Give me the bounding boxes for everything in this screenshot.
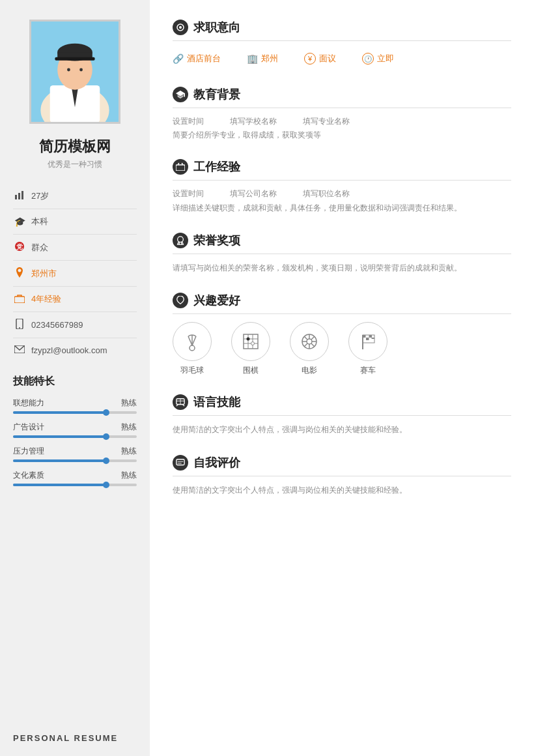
- svg-rect-16: [14, 297, 25, 303]
- svg-point-38: [307, 339, 312, 344]
- svg-line-46: [305, 343, 308, 347]
- honor-divider: [173, 254, 511, 254]
- intent-position: 🔗 酒店前台: [173, 53, 221, 65]
- hobby-racing: 赛车: [348, 322, 387, 376]
- sidebar-name: 简历模板网: [39, 137, 111, 156]
- info-party: 党 群众: [13, 235, 137, 261]
- section-hobbies: 兴趣爱好 羽毛球: [173, 293, 511, 376]
- position-text: 酒店前台: [187, 53, 221, 65]
- info-phone: 02345667989: [13, 312, 137, 338]
- location-icon: [13, 267, 26, 280]
- skill-name-1: 广告设计: [13, 422, 44, 433]
- salary-icon: ¥: [304, 53, 316, 65]
- section-education: 教育背景 设置时间 填写学校名称 填写专业名称 简要介绍所学专业，取得成绩，获取…: [173, 87, 511, 141]
- party-text: 群众: [31, 242, 48, 254]
- svg-rect-11: [15, 195, 17, 199]
- section-header-work: 工作经验: [173, 159, 511, 175]
- intent-time: 🕐 立即: [362, 53, 394, 65]
- hobby-movie-icon: [290, 322, 329, 361]
- city-text: 郑州市: [31, 268, 57, 280]
- svg-rect-50: [366, 338, 369, 340]
- skill-bar-bg-1: [13, 435, 137, 438]
- hobby-chess-label: 围棋: [243, 365, 259, 376]
- position-icon: 🔗: [173, 53, 184, 64]
- time-text: 立即: [377, 53, 394, 65]
- work-row: 设置时间 填写公司名称 填写职位名称: [173, 188, 511, 199]
- hobbies-divider: [173, 313, 511, 314]
- self-eval-divider: [173, 476, 511, 476]
- personal-resume-label: PERSONAL RESUME: [13, 733, 118, 743]
- hobby-racing-icon: [348, 322, 387, 361]
- skills-section: 技能特长 联想能力 熟练 广告设计 熟练 压力管理 熟练: [0, 362, 150, 501]
- section-header-self-eval: 自我评价: [173, 455, 511, 471]
- language-icon: [173, 394, 188, 410]
- hobbies-row: 羽毛球 围棋: [173, 322, 511, 376]
- svg-point-10: [79, 68, 83, 72]
- svg-rect-52: [372, 338, 375, 339]
- skill-bar-bg-2: [13, 459, 137, 462]
- work-title: 工作经验: [193, 159, 240, 175]
- info-edu: 🎓 本科: [13, 209, 137, 235]
- work-company: 填写公司名称: [230, 188, 277, 199]
- skill-bar-fill-0: [13, 411, 106, 414]
- svg-point-21: [179, 26, 182, 29]
- svg-line-29: [192, 336, 196, 345]
- skill-bar-bg-3: [13, 484, 137, 486]
- city-intent-icon: 🏢: [247, 53, 258, 64]
- svg-point-26: [190, 345, 195, 351]
- honor-desc: 请填写与岗位相关的荣誉名称，颁发机构，奖项日期，说明荣誉背后的成就和贡献。: [173, 262, 511, 274]
- work-icon: [173, 159, 188, 175]
- language-desc: 使用简洁的文字突出个人特点，强调与岗位相关的关键技能和经验。: [173, 424, 511, 436]
- skill-bar-bg-0: [13, 411, 137, 414]
- language-divider: [173, 415, 511, 416]
- intent-salary: ¥ 面议: [304, 53, 336, 65]
- skills-title: 技能特长: [13, 375, 137, 388]
- hobbies-icon: [173, 293, 188, 308]
- svg-rect-53: [366, 335, 369, 338]
- hobby-badminton-label: 羽毛球: [180, 365, 204, 376]
- svg-rect-57: [176, 459, 184, 465]
- intent-city: 🏢 郑州: [247, 53, 278, 65]
- phone-icon: [13, 319, 26, 331]
- hobby-racing-label: 赛车: [360, 365, 376, 376]
- skill-name-3: 文化素质: [13, 470, 44, 481]
- skill-item-0: 联想能力 熟练: [13, 398, 137, 414]
- info-email: fzypzl@outlook.com: [13, 338, 137, 362]
- email-icon: [13, 345, 26, 355]
- svg-rect-49: [363, 335, 366, 338]
- sidebar-subtitle: 优秀是一种习惯: [48, 159, 102, 170]
- info-list: 27岁 🎓 本科 党 群众 郑州市 4年经验: [0, 183, 150, 362]
- work-divider: [173, 180, 511, 181]
- info-city: 郑州市: [13, 261, 137, 287]
- svg-text:党: 党: [16, 243, 23, 250]
- skill-bar-fill-3: [13, 484, 106, 486]
- section-header-honor: 荣誉奖项: [173, 233, 511, 248]
- edu-title: 教育背景: [193, 87, 240, 102]
- svg-point-36: [251, 342, 255, 345]
- section-honor: 荣誉奖项 请填写与岗位相关的荣誉名称，颁发机构，奖项日期，说明荣誉背后的成就和贡…: [173, 233, 511, 274]
- avatar: [29, 20, 120, 124]
- svg-line-27: [188, 336, 192, 345]
- email-text: fzypzl@outlook.com: [31, 345, 107, 355]
- section-job-intent: 求职意向 🔗 酒店前台 🏢 郑州 ¥ 面议 🕐 立即: [173, 20, 511, 68]
- section-header-edu: 教育背景: [173, 87, 511, 102]
- hobby-badminton-icon: [173, 322, 212, 361]
- svg-point-18: [19, 327, 20, 328]
- exp-text: 4年经验: [31, 293, 61, 305]
- bar-chart-icon: [13, 190, 26, 202]
- skill-level-2: 熟练: [121, 446, 137, 457]
- svg-rect-12: [18, 193, 20, 199]
- edu-row: 设置时间 填写学校名称 填写专业名称: [173, 116, 511, 127]
- work-desc: 详细描述关键职责，成就和贡献，具体任务，使用量化数据和动词强调责任和结果。: [173, 202, 511, 214]
- hobby-badminton: 羽毛球: [173, 322, 212, 376]
- skill-item-1: 广告设计 熟练: [13, 422, 137, 438]
- svg-rect-22: [176, 165, 185, 171]
- skill-item-3: 文化素质 熟练: [13, 470, 137, 486]
- section-work: 工作经验 设置时间 填写公司名称 填写职位名称 详细描述关键职责，成就和贡献，具…: [173, 159, 511, 214]
- hobby-movie-label: 电影: [302, 365, 317, 376]
- salary-text: 面议: [319, 53, 336, 65]
- skill-bar-fill-2: [13, 459, 106, 462]
- skill-item-2: 压力管理 熟练: [13, 446, 137, 462]
- svg-point-9: [67, 68, 70, 72]
- svg-rect-30: [244, 334, 258, 349]
